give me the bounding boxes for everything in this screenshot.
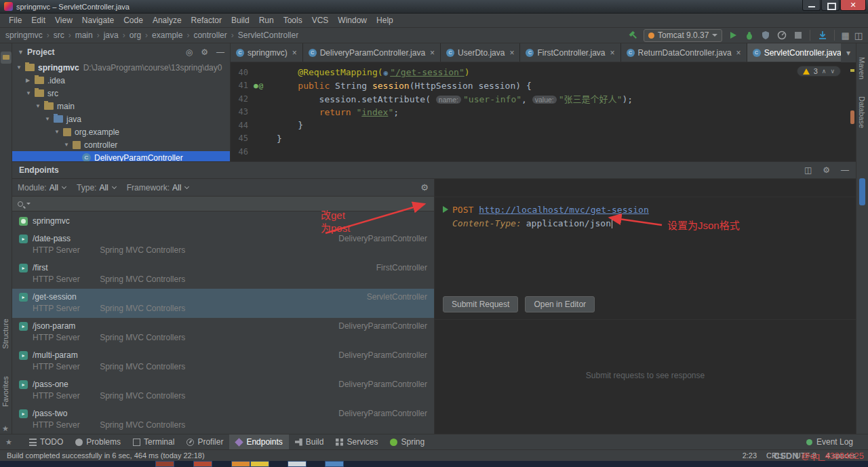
taskbar-window-tile[interactable] bbox=[193, 461, 212, 467]
menu-item[interactable]: Edit bbox=[26, 14, 50, 28]
taskbar-window-tile[interactable] bbox=[288, 461, 307, 467]
editor-scrollbar[interactable] bbox=[850, 62, 854, 161]
endpoint-row[interactable]: /first FirstController HTTP Server Sprin… bbox=[12, 260, 434, 289]
editor-tab[interactable]: UserDto.java × bbox=[441, 43, 520, 62]
submit-request-button[interactable]: Submit Request bbox=[443, 296, 518, 312]
close-button[interactable] bbox=[840, 0, 866, 11]
http-url[interactable]: http://localhost/mvc/get-session bbox=[479, 205, 648, 215]
http-request-editor[interactable]: POST http://localhost/mvc/get-session Co… bbox=[435, 197, 856, 235]
project-tree-row[interactable]: ▶ .idea bbox=[12, 74, 230, 87]
prev-issue-icon[interactable]: ∧ bbox=[822, 68, 827, 75]
tree-expand-icon[interactable]: ▶ bbox=[26, 77, 35, 83]
menu-item[interactable]: Tools bbox=[279, 14, 307, 28]
debug-button[interactable] bbox=[743, 30, 755, 41]
scrollbar-thumb[interactable] bbox=[859, 178, 865, 205]
tab-close-icon[interactable]: × bbox=[430, 48, 435, 58]
breadcrumb-item[interactable]: example bbox=[141, 31, 182, 40]
menu-item[interactable]: Run bbox=[254, 14, 279, 28]
settings-gear-icon[interactable]: ⚙ bbox=[201, 47, 208, 57]
menu-item[interactable]: Code bbox=[119, 14, 148, 28]
menu-item[interactable]: Window bbox=[333, 14, 372, 28]
structure-stripe-button[interactable]: Structure bbox=[1, 319, 9, 349]
module-filter-value[interactable]: All bbox=[50, 183, 58, 192]
endpoints-search-field[interactable] bbox=[12, 197, 434, 211]
breadcrumb-item[interactable]: springmvc bbox=[5, 31, 43, 40]
tool-window-button[interactable]: Spring bbox=[384, 434, 431, 450]
run-configuration-select[interactable]: Tomcat 9.0.37 bbox=[644, 29, 722, 42]
search-history-chevron-icon[interactable] bbox=[26, 203, 31, 205]
profiler-button[interactable] bbox=[776, 30, 787, 41]
hide-panel-icon[interactable]: — bbox=[841, 165, 849, 175]
taskbar-window-tile[interactable] bbox=[325, 461, 344, 467]
update-project-icon[interactable] bbox=[816, 30, 828, 41]
menu-item[interactable]: File bbox=[4, 14, 26, 28]
project-tree-row[interactable]: ▼ main bbox=[12, 100, 230, 113]
database-stripe-button[interactable]: Database bbox=[858, 96, 866, 128]
breadcrumb-item[interactable]: java bbox=[93, 31, 119, 40]
menu-item[interactable]: View bbox=[50, 14, 77, 28]
favorites-stripe-button[interactable]: Favorites bbox=[1, 376, 9, 407]
tree-expand-icon[interactable]: ▼ bbox=[54, 129, 63, 135]
open-in-editor-button[interactable]: Open in Editor bbox=[525, 296, 595, 312]
project-stripe-button[interactable] bbox=[1, 52, 12, 64]
taskbar-window-tile[interactable] bbox=[155, 461, 174, 467]
tool-window-button[interactable]: Endpoints bbox=[229, 434, 288, 450]
tool-window-button[interactable]: Profiler bbox=[180, 434, 229, 450]
taskbar-window-tile[interactable] bbox=[231, 461, 250, 467]
project-tree-row[interactable]: ▼ org.example bbox=[12, 125, 230, 138]
build-hammer-icon[interactable] bbox=[627, 30, 639, 41]
minimize-button[interactable] bbox=[802, 0, 821, 11]
event-log-button[interactable]: Event Log bbox=[806, 437, 863, 447]
editor-tab[interactable]: ReturnDataController.java × bbox=[621, 43, 747, 62]
chevron-down-icon[interactable] bbox=[184, 184, 189, 188]
coverage-button[interactable] bbox=[760, 30, 771, 41]
tree-expand-icon[interactable]: ▼ bbox=[16, 64, 25, 70]
endpoints-group-row[interactable]: springmvc bbox=[12, 211, 434, 230]
chevron-down-icon[interactable]: ▼ bbox=[18, 49, 24, 56]
settings-gear-icon[interactable]: ⚙ bbox=[823, 165, 830, 175]
code-editor[interactable]: 40 @RequestMapping(◉"/get-session")41●@ … bbox=[231, 62, 856, 161]
layout-icon[interactable]: ◫ bbox=[804, 165, 812, 175]
tab-close-icon[interactable]: × bbox=[509, 48, 514, 58]
endpoint-row[interactable]: /date-pass DeliveryParamController HTTP … bbox=[12, 230, 434, 260]
project-tree-row[interactable]: ▼ src bbox=[12, 87, 230, 100]
editor-tab[interactable]: DeliveryParamController.java × bbox=[303, 43, 441, 62]
locate-file-icon[interactable]: ◎ bbox=[186, 47, 193, 57]
tree-expand-icon[interactable]: ▼ bbox=[64, 142, 73, 148]
caret-position[interactable]: 2:23 bbox=[743, 451, 757, 460]
framework-filter-value[interactable]: All bbox=[172, 183, 181, 192]
endpoint-row[interactable]: /multi-param DeliveryParamController HTT… bbox=[12, 347, 434, 376]
tab-list-chevron-icon[interactable]: ▾ bbox=[846, 48, 850, 58]
project-tree-row[interactable]: ▼ java bbox=[12, 113, 230, 125]
toolwindow-switcher-icon[interactable]: ★ bbox=[5, 438, 12, 447]
maximize-button[interactable] bbox=[821, 0, 840, 11]
run-request-icon[interactable] bbox=[443, 206, 448, 213]
breadcrumb-item[interactable]: src bbox=[43, 31, 64, 40]
taskbar-window-tile[interactable] bbox=[250, 461, 269, 467]
menu-item[interactable]: Help bbox=[372, 14, 398, 28]
project-tree-row[interactable]: ▼ controller bbox=[12, 138, 230, 151]
tree-expand-icon[interactable]: ▼ bbox=[35, 103, 44, 109]
scrollbar-thumb[interactable] bbox=[850, 110, 854, 124]
run-button[interactable] bbox=[727, 30, 738, 41]
breadcrumb-item[interactable]: main bbox=[64, 31, 93, 40]
breadcrumb-item[interactable]: org bbox=[119, 31, 141, 40]
breadcrumb-item[interactable]: controller bbox=[182, 31, 226, 40]
tool-window-button[interactable]: Build bbox=[289, 434, 330, 450]
tab-close-icon[interactable]: × bbox=[292, 48, 297, 58]
project-tree-row[interactable]: ▼ springmvc D:\JavaProgram\course\13spri… bbox=[12, 61, 230, 74]
project-tree-row[interactable]: DeliveryParamController bbox=[12, 151, 230, 161]
gutter-icons[interactable]: ●@ bbox=[248, 81, 277, 90]
line-ending[interactable]: CRLF bbox=[766, 451, 786, 460]
breadcrumb-item[interactable]: ServletController bbox=[227, 31, 298, 40]
editor-tab[interactable]: ServletController.java × bbox=[747, 43, 856, 62]
settings-gear-icon[interactable]: ⚙ bbox=[420, 182, 429, 192]
tool-window-button[interactable]: Services bbox=[330, 434, 384, 450]
hide-panel-icon[interactable]: — bbox=[216, 47, 224, 57]
favorites-star-icon[interactable]: ★ bbox=[2, 424, 9, 433]
tab-close-icon[interactable]: × bbox=[736, 48, 741, 58]
indent-setting[interactable]: 4 spaces bbox=[826, 451, 856, 460]
type-filter-value[interactable]: All bbox=[99, 183, 108, 192]
file-encoding[interactable]: UTF-8 bbox=[795, 451, 816, 460]
tree-expand-icon[interactable]: ▼ bbox=[26, 90, 35, 96]
